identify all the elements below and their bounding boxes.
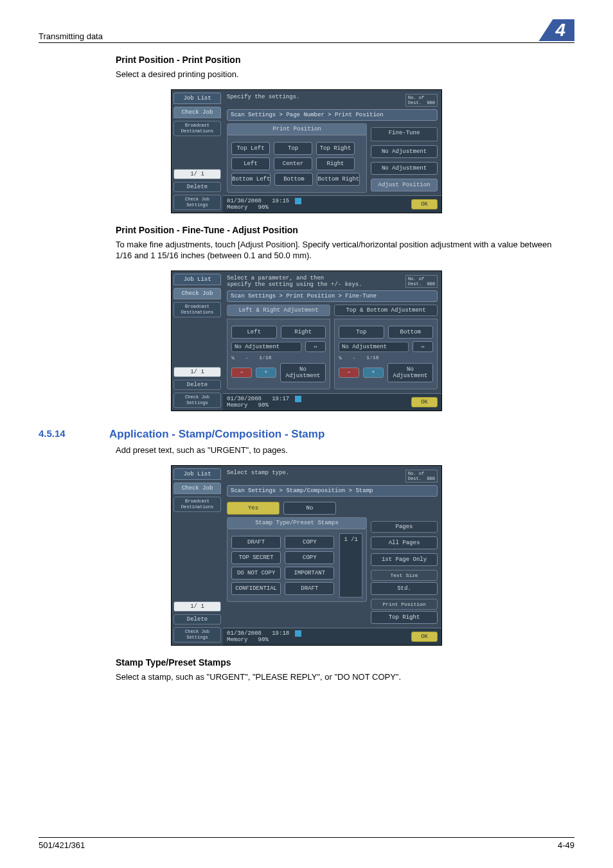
paragraph: Select a stamp, such as "URGENT", "PLEAS… — [116, 671, 562, 683]
check-job-settings-button[interactable]: Check Job Settings — [173, 195, 221, 210]
broadcast-destinations-button[interactable]: Broadcast Destinations — [173, 302, 221, 317]
breadcrumb: Scan Settings > Stamp/Composition > Stam… — [227, 485, 438, 497]
lr-value-readout: ¼ - 1⁄16 — [231, 355, 326, 360]
pos-center[interactable]: Center — [274, 157, 312, 170]
pos-right[interactable]: Right — [316, 157, 355, 170]
broadcast-destinations-button[interactable]: Broadcast Destinations — [173, 121, 221, 136]
memory-icon — [295, 198, 301, 204]
shift-top-button[interactable]: Top — [339, 326, 384, 339]
stamp-do-not-copy[interactable]: DO NOT COPY — [231, 567, 281, 580]
tb-minus-button[interactable]: − — [339, 368, 359, 378]
shift-left-button[interactable]: Left — [231, 326, 277, 339]
status-time: 19:15 — [272, 198, 289, 204]
status-bar: 01/30/2008 19:15 Memory 90% OK — [223, 195, 441, 213]
pos-top[interactable]: Top — [274, 142, 312, 155]
text-size-value[interactable]: Std. — [371, 582, 438, 595]
lr-plus-button[interactable]: + — [256, 368, 276, 378]
status-bar: 01/30/2008 19:18 Memory 90% OK — [223, 628, 441, 645]
pos-bottom-left[interactable]: Bottom Left — [231, 173, 271, 186]
check-job-settings-button[interactable]: Check Job Settings — [173, 393, 221, 408]
lr-swap-icon[interactable]: ⇔ — [305, 341, 326, 352]
tab-check-job[interactable]: Check Job — [173, 288, 221, 299]
status-memory-pct: 90% — [258, 402, 269, 409]
memory-icon — [295, 396, 301, 402]
status-bar: 01/30/2008 19:17 Memory 90% OK — [223, 393, 441, 411]
page-indicator: 1/ 1 — [173, 169, 221, 179]
breadcrumb: Scan Settings > Print Position > Fine-Tu… — [227, 290, 438, 302]
lr-value-display: No Adjustment — [231, 342, 301, 352]
lr-no-adjustment-button[interactable]: No Adjustment — [280, 363, 326, 382]
tab-top-bottom-adjustment[interactable]: Top & Bottom Adjustment — [334, 305, 438, 316]
pages-first-only[interactable]: 1st Page Only — [371, 553, 438, 566]
adjust-position-button[interactable]: Adjust Position — [371, 179, 438, 191]
ok-button[interactable]: OK — [411, 397, 438, 407]
check-job-settings-button[interactable]: Check Job Settings — [173, 627, 221, 642]
yes-button[interactable]: Yes — [227, 502, 280, 515]
status-memory-label: Memory — [227, 637, 247, 643]
tab-job-list[interactable]: Job List — [173, 93, 221, 104]
destination-count: No. of Dest. 000 — [405, 275, 438, 288]
paragraph: Select a desired printing position. — [116, 69, 562, 80]
tab-stamp-type[interactable]: Stamp Type/Preset Stamps — [227, 517, 367, 529]
tab-job-list[interactable]: Job List — [173, 274, 221, 285]
instruction-text: Specify the settings. — [227, 94, 299, 100]
tb-value-display: No Adjustment — [339, 342, 409, 352]
status-memory-label: Memory — [227, 204, 247, 211]
tab-left-right-adjustment[interactable]: Left & Right Adjustment — [227, 305, 330, 316]
pos-top-left[interactable]: Top Left — [231, 142, 270, 155]
stamp-draft-2[interactable]: DRAFT — [285, 582, 334, 595]
header-section-title: Transmitting data — [39, 31, 103, 41]
stamp-copy-2[interactable]: COPY — [285, 551, 334, 564]
tab-fine-tune[interactable]: Fine-Tune — [371, 127, 438, 141]
ok-button[interactable]: OK — [411, 632, 438, 642]
status-date: 01/30/2008 — [227, 396, 262, 402]
pages-all[interactable]: All Pages — [371, 536, 438, 549]
shift-right-button[interactable]: Right — [281, 326, 326, 339]
footer-model: 501/421/361 — [39, 840, 85, 850]
status-time: 19:18 — [272, 630, 289, 637]
status-date: 01/30/2008 — [227, 630, 262, 637]
pos-bottom[interactable]: Bottom — [274, 173, 313, 186]
device-screenshot-stamp: Job List Check Job Broadcast Destination… — [171, 465, 442, 646]
stamp-draft[interactable]: DRAFT — [231, 536, 281, 549]
delete-button[interactable]: Delete — [173, 182, 221, 192]
status-time: 19:17 — [272, 396, 289, 402]
status-date: 01/30/2008 — [227, 198, 262, 204]
tab-print-position[interactable]: Print Position — [227, 123, 367, 135]
tab-job-list[interactable]: Job List — [173, 468, 221, 480]
stamp-top-secret[interactable]: TOP SECRET — [231, 551, 281, 564]
section-title: Application - Stamp/Composition - Stamp — [109, 428, 324, 441]
paragraph: To make fine adjustments, touch [Adjust … — [116, 239, 562, 261]
pos-bottom-right[interactable]: Bottom Right — [317, 173, 360, 186]
pages-header: Pages — [371, 521, 438, 533]
device-screenshot-fine-tune: Job List Check Job Broadcast Destination… — [171, 270, 442, 411]
delete-button[interactable]: Delete — [173, 380, 221, 390]
print-position-value[interactable]: Top Right — [371, 611, 438, 624]
shift-bottom-button[interactable]: Bottom — [388, 326, 434, 339]
fine-tune-no-adjustment-2[interactable]: No Adjustment — [371, 162, 438, 175]
stamp-important[interactable]: IMPORTANT — [285, 567, 334, 580]
tab-check-job[interactable]: Check Job — [173, 107, 221, 118]
status-memory-pct: 90% — [258, 637, 269, 643]
delete-button[interactable]: Delete — [173, 614, 221, 624]
pos-left[interactable]: Left — [231, 157, 270, 170]
instruction-text: Select a parameter, and then specify the… — [227, 275, 362, 288]
pos-top-right[interactable]: Top Right — [316, 142, 355, 155]
page-indicator: 1/ 1 — [173, 601, 221, 612]
ok-button[interactable]: OK — [411, 199, 438, 209]
destination-count: No. of Dest. 000 — [405, 470, 438, 483]
paragraph: Add preset text, such as "URGENT", to pa… — [116, 445, 562, 456]
stamp-confidential[interactable]: CONFIDENTIAL — [231, 582, 281, 595]
no-button[interactable]: No — [283, 502, 336, 515]
fine-tune-no-adjustment-1[interactable]: No Adjustment — [371, 145, 438, 158]
tb-plus-button[interactable]: + — [363, 368, 384, 378]
memory-icon — [295, 630, 301, 637]
heading-print-position: Print Position - Print Position — [116, 55, 562, 65]
tab-check-job[interactable]: Check Job — [173, 483, 221, 494]
broadcast-destinations-button[interactable]: Broadcast Destinations — [173, 497, 221, 512]
tb-swap-icon[interactable]: ⇔ — [413, 341, 433, 352]
tb-no-adjustment-button[interactable]: No Adjustment — [387, 363, 433, 382]
stamp-copy[interactable]: COPY — [285, 536, 334, 549]
lr-minus-button[interactable]: − — [231, 368, 252, 378]
page-indicator: 1/ 1 — [173, 367, 221, 377]
